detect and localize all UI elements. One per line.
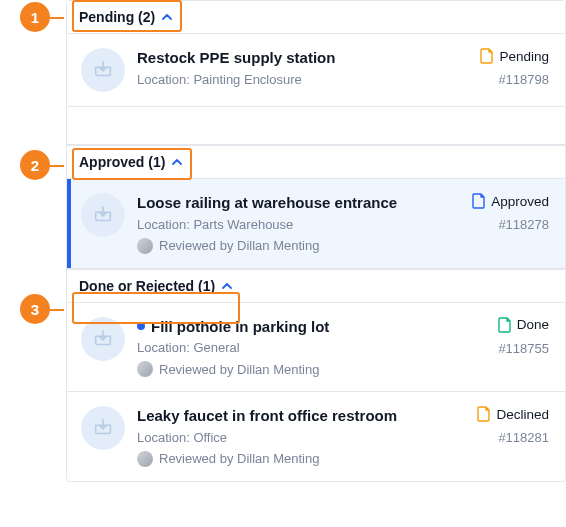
- annotation-callout-2: 2: [20, 150, 50, 180]
- item-title: Fill pothole in parking lot: [151, 317, 329, 337]
- item-location: Location: Parts Warehouse: [137, 217, 460, 232]
- item-id: #118755: [498, 341, 549, 356]
- status-badge: Pending: [480, 48, 549, 64]
- section-title: Done or Rejected (1): [79, 278, 215, 294]
- section-title: Approved (1): [79, 154, 165, 170]
- section-header-done-rejected[interactable]: Done or Rejected (1): [67, 269, 565, 303]
- chevron-up-icon: [171, 156, 183, 168]
- list-item[interactable]: Loose railing at warehouse entrance Loca…: [67, 179, 565, 269]
- item-meta: Approved #118278: [472, 193, 549, 232]
- list-item[interactable]: Leaky faucet in front office restroom Lo…: [67, 392, 565, 481]
- file-icon: [480, 48, 494, 64]
- file-icon: [472, 193, 486, 209]
- item-location: Location: Office: [137, 430, 465, 445]
- section-header-approved[interactable]: Approved (1): [67, 145, 565, 179]
- item-body: Restock PPE supply station Location: Pai…: [137, 48, 468, 87]
- item-id: #118278: [472, 217, 549, 232]
- avatar-icon: [137, 451, 153, 467]
- list-item-collapsed[interactable]: [67, 107, 565, 145]
- item-location: Location: Painting Enclosure: [137, 72, 468, 87]
- item-body: Leaky faucet in front office restroom Lo…: [137, 406, 465, 467]
- status-badge: Approved: [472, 193, 549, 209]
- item-location: Location: General: [137, 340, 486, 355]
- item-body: Loose railing at warehouse entrance Loca…: [137, 193, 460, 254]
- section-title: Pending (2): [79, 9, 155, 25]
- annotation-callout-1: 1: [20, 2, 50, 32]
- chevron-up-icon: [221, 280, 233, 292]
- item-id: #118281: [477, 430, 549, 445]
- section-header-pending[interactable]: Pending (2): [67, 1, 565, 34]
- item-title: Leaky faucet in front office restroom: [137, 406, 397, 426]
- reviewed-by: Reviewed by Dillan Menting: [137, 238, 460, 254]
- item-thumbnail: [81, 317, 125, 361]
- item-title: Loose railing at warehouse entrance: [137, 193, 397, 213]
- item-meta: Pending #118798: [480, 48, 549, 87]
- request-list-panel: Pending (2) Restock PPE supply station L…: [66, 0, 566, 482]
- avatar-icon: [137, 361, 153, 377]
- file-icon: [477, 406, 491, 422]
- unread-dot-icon: [137, 322, 145, 330]
- list-item[interactable]: Restock PPE supply station Location: Pai…: [67, 34, 565, 107]
- item-thumbnail: [81, 406, 125, 450]
- status-badge: Done: [498, 317, 549, 333]
- item-meta: Done #118755: [498, 317, 549, 356]
- status-badge: Declined: [477, 406, 549, 422]
- annotation-callout-3: 3: [20, 294, 50, 324]
- reviewed-by: Reviewed by Dillan Menting: [137, 451, 465, 467]
- chevron-up-icon: [161, 11, 173, 23]
- list-item[interactable]: Fill pothole in parking lot Location: Ge…: [67, 303, 565, 393]
- reviewed-by: Reviewed by Dillan Menting: [137, 361, 486, 377]
- item-thumbnail: [81, 193, 125, 237]
- item-title: Restock PPE supply station: [137, 48, 335, 68]
- file-icon: [498, 317, 512, 333]
- item-body: Fill pothole in parking lot Location: Ge…: [137, 317, 486, 378]
- avatar-icon: [137, 238, 153, 254]
- item-id: #118798: [480, 72, 549, 87]
- item-meta: Declined #118281: [477, 406, 549, 445]
- item-thumbnail: [81, 48, 125, 92]
